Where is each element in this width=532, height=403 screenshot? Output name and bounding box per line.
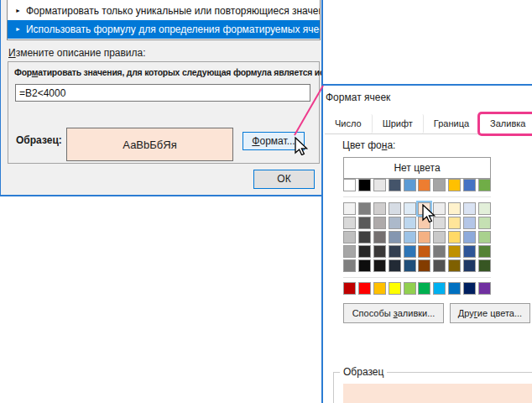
color-swatch[interactable] (418, 217, 430, 229)
sample-preview-box: АаВbБбЯя (66, 128, 233, 161)
color-swatch[interactable] (478, 282, 491, 295)
color-swatch[interactable] (404, 179, 416, 191)
rule-type-item[interactable]: ►Форматировать только уникальные или пов… (8, 2, 320, 20)
color-swatch[interactable] (448, 259, 461, 272)
color-swatch[interactable] (404, 245, 416, 258)
color-swatch[interactable] (478, 231, 491, 243)
color-swatch[interactable] (448, 282, 461, 295)
color-swatch[interactable] (373, 259, 386, 272)
color-swatch[interactable] (418, 259, 430, 272)
color-swatch[interactable] (358, 231, 371, 243)
rule-type-item[interactable]: ►Использовать формулу для определения фо… (8, 20, 320, 39)
color-swatch[interactable] (343, 217, 356, 229)
no-color-button[interactable]: Нет цвета (343, 157, 491, 179)
color-swatch[interactable] (463, 217, 476, 229)
rule-description-groupbox: Форматировать значения, для которых след… (8, 61, 320, 164)
background-color-label: Цвет фона: (342, 139, 395, 151)
color-swatch[interactable] (373, 245, 386, 258)
color-swatch[interactable] (478, 245, 491, 258)
color-swatch[interactable] (389, 202, 401, 215)
palette-separator (343, 196, 491, 197)
ok-button[interactable]: ОК (253, 170, 315, 189)
color-swatch[interactable] (343, 202, 356, 215)
palette-row (343, 202, 491, 215)
color-swatch[interactable] (389, 282, 401, 295)
color-swatch[interactable] (389, 179, 401, 191)
rule-item-arrow-icon: ► (15, 8, 21, 13)
color-swatch[interactable] (404, 259, 416, 272)
color-swatch[interactable] (478, 217, 491, 229)
color-swatch[interactable] (373, 231, 386, 243)
color-swatch[interactable] (373, 217, 386, 229)
tab-граница[interactable]: Граница (424, 114, 480, 133)
color-swatch[interactable] (463, 259, 476, 272)
color-swatch[interactable] (463, 245, 476, 258)
color-swatch[interactable] (448, 231, 461, 243)
color-swatch[interactable] (358, 245, 371, 258)
color-swatch[interactable] (418, 202, 430, 215)
format-cells-dialog: Формат ячеек ЧислоШрифтГраницаЗаливка Цв… (321, 84, 532, 403)
color-swatch[interactable] (418, 179, 430, 191)
color-swatch[interactable] (448, 202, 461, 215)
color-swatch[interactable] (358, 179, 371, 191)
formula-input[interactable] (15, 84, 310, 102)
color-swatch[interactable] (463, 282, 476, 295)
palette-row (343, 217, 491, 229)
color-swatch[interactable] (373, 202, 386, 215)
color-swatch[interactable] (433, 217, 446, 229)
format-button[interactable]: Формат... (243, 132, 305, 150)
sample-preview-text: АаВbБбЯя (123, 139, 176, 151)
color-swatch[interactable] (343, 231, 356, 243)
color-swatch[interactable] (389, 231, 401, 243)
color-swatch[interactable] (389, 245, 401, 258)
tab-bar: ЧислоШрифтГраницаЗаливка (325, 112, 532, 134)
tab-шрифт[interactable]: Шрифт (373, 114, 424, 133)
color-swatch[interactable] (389, 217, 401, 229)
color-swatch[interactable] (358, 202, 371, 215)
color-swatch[interactable] (448, 217, 461, 229)
color-swatch[interactable] (418, 282, 430, 295)
tab-заливка[interactable]: Заливка (480, 114, 532, 133)
color-swatch[interactable] (358, 282, 371, 295)
color-swatch[interactable] (448, 245, 461, 258)
color-swatch[interactable] (418, 245, 430, 258)
color-swatch[interactable] (433, 259, 446, 272)
color-swatch[interactable] (373, 282, 386, 295)
color-swatch[interactable] (433, 245, 446, 258)
color-swatch[interactable] (358, 217, 371, 229)
color-swatch[interactable] (343, 259, 356, 272)
edit-description-accesskey: И (8, 47, 16, 59)
color-swatch[interactable] (478, 179, 491, 191)
palette-tints-section (343, 202, 491, 272)
color-swatch[interactable] (448, 179, 461, 191)
formula-label-post: атировать значения, для которых следующа… (38, 68, 321, 77)
color-swatch[interactable] (433, 282, 446, 295)
color-swatch[interactable] (478, 202, 491, 215)
bg-label-pre: Цвет фо (342, 139, 382, 151)
color-swatch[interactable] (433, 179, 446, 191)
rule-type-listbox[interactable]: ►Форматировать только уникальные или пов… (7, 0, 321, 40)
color-swatch[interactable] (463, 179, 476, 191)
color-swatch[interactable] (433, 202, 446, 215)
rule-item-arrow-icon: ► (15, 26, 21, 32)
color-swatch[interactable] (389, 259, 401, 272)
color-swatch[interactable] (433, 231, 446, 243)
color-swatch[interactable] (343, 179, 356, 191)
color-swatch[interactable] (463, 202, 476, 215)
color-swatch[interactable] (404, 217, 416, 229)
color-swatch[interactable] (343, 282, 356, 295)
color-swatch[interactable] (404, 202, 416, 215)
color-swatch[interactable] (343, 245, 356, 258)
color-swatch[interactable] (404, 282, 416, 295)
format-button-text: ормат... (259, 135, 295, 147)
color-swatch[interactable] (404, 231, 416, 243)
color-swatch[interactable] (373, 179, 386, 191)
color-swatch[interactable] (463, 231, 476, 243)
color-swatch[interactable] (478, 259, 491, 272)
sample-group-label: Образец (340, 366, 387, 378)
color-swatch[interactable] (358, 259, 371, 272)
color-swatch[interactable] (418, 231, 430, 243)
more-colors-button[interactable]: Другие цвета... (450, 303, 530, 323)
tab-число[interactable]: Число (325, 114, 373, 133)
fill-effects-button[interactable]: Способы заливки... (343, 303, 444, 323)
